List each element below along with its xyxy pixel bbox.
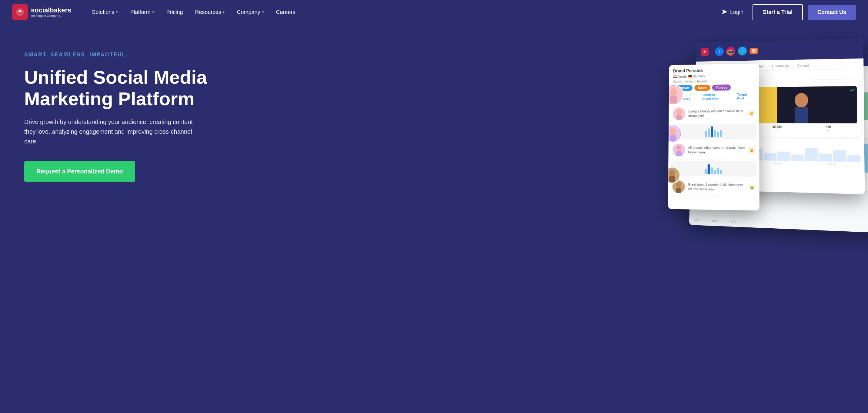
- svg-rect-24: [795, 107, 808, 123]
- brand-name: socialbakers: [31, 7, 71, 14]
- persona-tags: Fashion Sport Fitness: [673, 84, 755, 91]
- chart-dates: Oct 1 Oct 2 Oct 3: [692, 218, 739, 223]
- persona-title: Brand Persona: [673, 67, 755, 73]
- svg-rect-39: [670, 135, 677, 141]
- influencer-avatar-1: [673, 107, 685, 120]
- social-icons: f 📷 🐦 📊: [712, 45, 761, 58]
- dashboard-front-panel: Brand Persona 🇦🇹 Austria 🇩🇪 Germany Spea…: [668, 64, 760, 211]
- persona-actions: Find Influencers Content Inspiration Tar…: [673, 92, 755, 100]
- nav-resources[interactable]: Resources ▾: [189, 6, 230, 19]
- svg-point-38: [670, 128, 677, 135]
- chevron-down-icon: ▾: [152, 10, 154, 14]
- chevron-down-icon: ▾: [262, 10, 264, 14]
- content-inspiration-link[interactable]: Content Inspiration: [703, 93, 732, 100]
- influencer-badge-1: 😊: [748, 110, 755, 116]
- brand-tagline: An Emplifi Company: [31, 14, 71, 18]
- svg-rect-27: [677, 115, 682, 120]
- navbar: socialbakers An Emplifi Company Solution…: [0, 0, 868, 24]
- svg-point-0: [19, 10, 21, 12]
- persona-language: Speaks: Deutsch, English: [673, 79, 755, 83]
- engagement-badge: [850, 88, 855, 93]
- mid-tab-community[interactable]: Community: [768, 62, 793, 70]
- nav-pricing[interactable]: Pricing: [161, 6, 188, 19]
- chart-placeholder-1: [672, 124, 756, 140]
- bar: [819, 153, 832, 161]
- mid-tab-content[interactable]: Content: [793, 62, 813, 70]
- svg-point-23: [795, 93, 808, 108]
- svg-point-29: [676, 145, 682, 151]
- nav-right: ⮞ Login Start a Trial Contact Us: [717, 4, 856, 20]
- influencer-text-2: All beauty influencers are frauds. Don't…: [688, 145, 745, 155]
- nav-links: Solutions ▾ Platform ▾ Pricing Resources…: [86, 6, 717, 19]
- tag-sport: Sport: [694, 85, 710, 91]
- svg-point-41: [669, 169, 675, 176]
- bar: [805, 148, 818, 161]
- instagram-icon[interactable]: 📷: [726, 47, 735, 56]
- logo[interactable]: socialbakers An Emplifi Company: [12, 4, 71, 20]
- login-button[interactable]: ⮞ Login: [717, 6, 748, 18]
- bar: [777, 152, 790, 161]
- nav-careers[interactable]: Careers: [271, 6, 301, 19]
- influencer-avatar-2: [673, 144, 685, 156]
- influencer-item-2: All beauty influencers are frauds. Don't…: [668, 141, 759, 160]
- hero-tagline: SMART. SEAMLESS. IMPACTFUL.: [24, 52, 230, 58]
- bar: [833, 150, 846, 162]
- demo-button[interactable]: Request a Personalized Demo: [24, 161, 135, 182]
- influencer-text-1: Being a beauty influencer would be a dre…: [688, 109, 745, 118]
- logo-icon: [12, 4, 28, 20]
- influencer-text-3: Great topic. I wonder if all influencers…: [688, 182, 746, 192]
- influencer-item-3: Great topic. I wonder if all influencers…: [668, 177, 759, 198]
- chevron-down-icon: ▾: [116, 10, 118, 14]
- analytics-badge: 📊: [750, 48, 758, 54]
- persona-flags: 🇦🇹 Austria 🇩🇪 Germany: [673, 74, 755, 79]
- influencer-item-1: Being a beauty influencer would be a dre…: [669, 104, 759, 123]
- bar: [847, 155, 861, 162]
- influencer-badge-3: 😊: [749, 184, 755, 191]
- hero-title: Unified Social Media Marketing Platform: [24, 66, 230, 110]
- nav-solutions[interactable]: Solutions ▾: [86, 6, 123, 19]
- influencer-badge-2: 😠: [748, 147, 755, 153]
- hero-content: SMART. SEAMLESS. IMPACTFUL. Unified Soci…: [24, 42, 230, 182]
- hero-description: Drive growth by understanding your audie…: [24, 117, 200, 146]
- chevron-down-icon: ▾: [223, 10, 224, 14]
- login-icon: ⮞: [722, 9, 728, 16]
- bar: [764, 153, 776, 161]
- trial-button[interactable]: Start a Trial: [752, 4, 803, 20]
- hero-visual: Dashboard Analytics Publisher Community …: [619, 33, 868, 246]
- svg-rect-30: [676, 151, 682, 156]
- svg-rect-33: [676, 188, 681, 193]
- logo-text: socialbakers An Emplifi Company: [31, 7, 71, 18]
- nav-company[interactable]: Company ▾: [231, 6, 269, 19]
- dash-mid-header: f 📷 🐦 📊: [696, 38, 864, 62]
- nav-platform[interactable]: Platform ▾: [125, 6, 159, 19]
- chart-placeholder-2: [671, 161, 756, 176]
- twitter-icon[interactable]: 🐦: [738, 47, 747, 56]
- target-post-link[interactable]: Target Post: [737, 92, 755, 100]
- dash-mid-logo: [701, 48, 709, 56]
- tag-fitness: Fitness: [712, 84, 731, 91]
- facebook-icon[interactable]: f: [715, 47, 724, 56]
- svg-rect-36: [670, 96, 677, 104]
- contact-button[interactable]: Contact Us: [808, 5, 856, 20]
- svg-rect-42: [669, 176, 675, 182]
- bar: [791, 154, 804, 161]
- hero-section: SMART. SEAMLESS. IMPACTFUL. Unified Soci…: [0, 24, 868, 413]
